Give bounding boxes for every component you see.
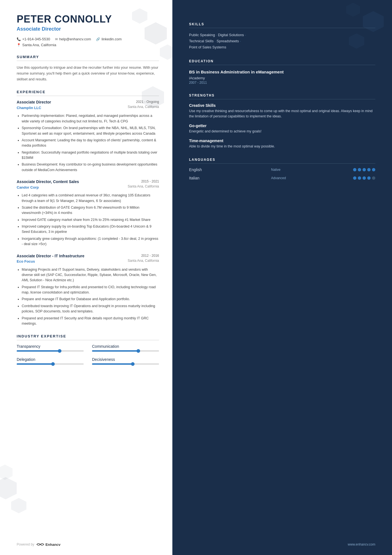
edu-degree: BS in Business Administration in eManage…: [189, 69, 375, 75]
exp-company-row-3: Eco Focus Santa Ana, California: [17, 259, 159, 265]
enhancv-logo: Enhancv: [36, 542, 60, 547]
exp-bullets-3: Managing Projects and IT Support teams, …: [17, 267, 159, 327]
footer: Powered by Enhancv: [0, 542, 172, 547]
expertise-label-3: Decisiveness: [92, 357, 159, 362]
exp-bullet-1-4: Business Development: Key contributor to…: [22, 162, 159, 173]
phone-icon: 📞: [17, 37, 21, 41]
exp-loc-2: Santa Ana, California: [128, 184, 159, 188]
lang-level-0: Native: [271, 168, 293, 172]
enhancv-logo-icon: [36, 542, 44, 547]
exp-dates-3: 2012 - 2016: [141, 254, 159, 258]
exp-bullet-1-3: Negotiation: Successfully managed portfo…: [22, 150, 159, 161]
strength-item-1: Go-getter Energetic and determined to ac…: [189, 124, 375, 134]
hex-decor-5: [0, 477, 17, 499]
exp-bullet-2-4: Inorganically grew category through acqu…: [22, 236, 159, 247]
strengths-heading: STRENGTHS: [189, 93, 375, 99]
strength-name-0: Creative Skills: [189, 103, 375, 108]
footer-left: Powered by Enhancv: [17, 542, 61, 547]
lang-dot-1-0: [353, 176, 356, 180]
email-icon: ✉: [55, 37, 58, 41]
exp-bullet-1-1: Sponsorship Consultation: On brand partn…: [22, 125, 159, 136]
expertise-label-2: Delegation: [17, 357, 84, 362]
strength-desc-1: Energetic and determined to achieve my g…: [189, 129, 375, 134]
hex-decor-3: [132, 8, 147, 24]
exp-bullet-2-2: Improved GATE category market share from…: [22, 217, 159, 223]
exp-bullets-1: Partnership implementation: Planed, nego…: [17, 113, 159, 173]
exp-company-3: Eco Focus: [17, 259, 35, 263]
exp-bullet-2-1: Scaled the distribution of GATE Category…: [22, 205, 159, 216]
link-icon: 🔗: [96, 37, 100, 41]
strength-name-2: Time-management: [189, 139, 375, 143]
strength-name-1: Go-getter: [189, 124, 375, 128]
hex-decor-6: [11, 498, 26, 513]
expertise-bar-fill-1: [92, 350, 139, 352]
exp-bullet-2-3: Improved category supply by on-boarding …: [22, 224, 159, 235]
skill-3: Spreadsheets: [217, 39, 239, 43]
exp-role-2: Associate Director, Content Sales: [17, 179, 79, 184]
lang-dots-0: [353, 168, 375, 171]
lang-dot-0-1: [358, 168, 361, 171]
exp-entry-3: Associate Director - IT Infrastructure 2…: [17, 254, 159, 327]
lang-dot-1-4: [372, 176, 375, 180]
exp-loc-3: Santa Ana, California: [128, 259, 159, 263]
location-text: Santa Ana, California: [22, 43, 56, 47]
location-icon: 📍: [17, 43, 21, 47]
expertise-bar-fill-2: [17, 363, 54, 365]
brand-name: Enhancv: [45, 542, 60, 547]
exp-company-1: Champlin LLC: [17, 106, 41, 110]
lang-dot-1-1: [358, 176, 361, 180]
skill-0: Public Speaking: [189, 33, 215, 37]
expertise-heading: INDUSTRY EXPERTISE: [17, 334, 159, 340]
exp-company-2: Candor Corp: [17, 185, 39, 189]
left-column: PETER CONNOLLY Associate Director 📞 +1-9…: [0, 0, 172, 555]
hex-decor-7: [0, 465, 13, 480]
exp-bullet-1-0: Partnership implementation: Planed, nego…: [22, 113, 159, 124]
email-address: help@enhancv.com: [59, 37, 91, 41]
exp-bullets-2: Led 4 categories with a combined annual …: [17, 193, 159, 247]
lang-item-0: English Native: [189, 167, 375, 172]
hex-decor-r3: [346, 3, 360, 17]
linkedin-item: 🔗 linkedin.com: [96, 37, 121, 41]
right-footer: www.enhancv.com: [348, 542, 375, 547]
phone-number: +1-914-345-5530: [22, 37, 50, 41]
expertise-bar-bg-1: [92, 350, 159, 352]
lang-item-1: Italian Advanced: [189, 176, 375, 180]
hex-decor-2: [160, 45, 172, 60]
exp-header-3: Associate Director - IT Infrastructure 2…: [17, 254, 159, 258]
exp-header-2: Associate Director, Content Sales 2015 -…: [17, 179, 159, 184]
skills-text: Public Speaking · Digital Solutions · Te…: [189, 32, 375, 50]
expertise-grid: Transparency Communication Delegation De…: [17, 344, 159, 365]
lang-dot-0-3: [367, 168, 371, 171]
lang-name-0: English: [189, 167, 211, 172]
lang-dot-1-3: [367, 176, 371, 180]
summary-heading: SUMMARY: [17, 55, 159, 61]
hex-decor-r1: [363, 11, 384, 32]
exp-entry-2: Associate Director, Content Sales 2015 -…: [17, 179, 159, 247]
expertise-item-3: Decisiveness: [92, 357, 159, 365]
lang-dot-0-2: [363, 168, 366, 171]
location-row: 📍 Santa Ana, California: [17, 43, 159, 47]
lang-dot-0-0: [353, 168, 356, 171]
hex-decor-4: [142, 86, 164, 108]
exp-bullet-3-4: Prepared and presented IT Security and R…: [22, 316, 159, 327]
email-item: ✉ help@enhancv.com: [55, 37, 91, 41]
lang-name-1: Italian: [189, 176, 211, 180]
strength-desc-2: Able to divide my time in the most optim…: [189, 144, 375, 149]
skill-4: Point of Sales Systems: [189, 45, 226, 49]
expertise-item-0: Transparency: [17, 344, 84, 352]
lang-dot-1-2: [363, 176, 366, 180]
powered-by-text: Powered by: [17, 542, 34, 546]
exp-bullet-3-1: Prepared IT Strategy for Infra portfolio…: [22, 285, 159, 295]
expertise-bar-bg-0: [17, 350, 84, 352]
edu-years: 2007 - 2011: [189, 81, 375, 85]
exp-dates-2: 2015 - 2021: [141, 179, 159, 183]
lang-dot-0-4: [372, 168, 375, 171]
exp-role-3: Associate Director - IT Infrastructure: [17, 254, 85, 258]
phone-item: 📞 +1-914-345-5530: [17, 37, 50, 41]
candidate-title: Associate Director: [17, 26, 159, 32]
hex-decor-r2: [349, 33, 364, 49]
exp-bullet-3-2: Prepare and manage IT Budget for Databas…: [22, 297, 159, 302]
exp-bullet-3-3: Contributed towards improving IT Operati…: [22, 304, 159, 314]
exp-entry-1: Associate Director 2021 - Ongoing Champl…: [17, 100, 159, 173]
expertise-bar-bg-3: [92, 363, 159, 365]
